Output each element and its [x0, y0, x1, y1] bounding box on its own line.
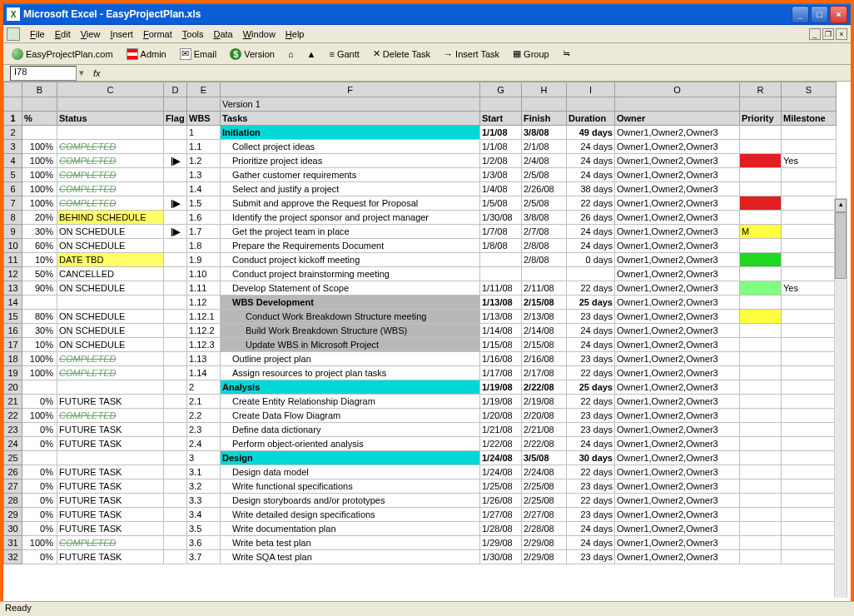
wbs-cell[interactable]: 3.4: [187, 508, 221, 522]
owner-cell[interactable]: Owner1,Owner2,Owner3: [615, 267, 740, 281]
insert-task-button[interactable]: →Insert Task: [440, 47, 503, 61]
flag-cell[interactable]: |▶: [164, 154, 187, 168]
priority-cell[interactable]: [740, 324, 782, 338]
row-header[interactable]: 22: [4, 409, 22, 423]
duration-cell[interactable]: 22 days: [567, 494, 615, 508]
status-cell[interactable]: ON SCHEDULE: [57, 338, 164, 352]
flag-cell[interactable]: [164, 324, 187, 338]
pct-cell[interactable]: 90%: [22, 281, 57, 296]
pct-cell[interactable]: 0%: [22, 494, 57, 508]
header-cell[interactable]: %: [22, 112, 57, 126]
header-cell[interactable]: Status: [57, 112, 164, 126]
task-cell[interactable]: Conduct project kickoff meeting: [221, 253, 480, 267]
owner-cell[interactable]: Owner1,Owner2,Owner3: [615, 479, 740, 494]
pct-cell[interactable]: 100%: [22, 366, 57, 380]
finish-cell[interactable]: 2/1/08: [522, 140, 567, 154]
task-cell[interactable]: WBS Development: [221, 296, 480, 310]
cell[interactable]: [22, 97, 57, 112]
flag-cell[interactable]: [164, 550, 187, 564]
duration-cell[interactable]: 23 days: [567, 479, 615, 494]
start-cell[interactable]: 1/26/08: [480, 494, 522, 508]
duration-cell[interactable]: 24 days: [567, 140, 615, 154]
task-cell[interactable]: Design storyboards and/or prototypes: [221, 494, 480, 508]
milestone-cell[interactable]: [782, 225, 837, 239]
cell[interactable]: [615, 97, 740, 112]
finish-cell[interactable]: 2/21/08: [522, 423, 567, 437]
status-cell[interactable]: FUTURE TASK: [57, 522, 164, 536]
col-header[interactable]: G: [480, 82, 522, 97]
pct-cell[interactable]: 10%: [22, 253, 57, 267]
pct-cell[interactable]: [22, 296, 57, 310]
row-header[interactable]: 14: [4, 296, 22, 310]
duration-cell[interactable]: 25 days: [567, 380, 615, 395]
duration-cell[interactable]: 24 days: [567, 522, 615, 536]
finish-cell[interactable]: 2/29/08: [522, 550, 567, 564]
pct-cell[interactable]: 0%: [22, 437, 57, 451]
status-cell[interactable]: COMPLETED: [57, 182, 164, 196]
priority-cell[interactable]: [740, 140, 782, 154]
duration-cell[interactable]: 49 days: [567, 126, 615, 140]
owner-cell[interactable]: Owner1,Owner2,Owner3: [615, 508, 740, 522]
flag-cell[interactable]: [164, 508, 187, 522]
milestone-cell[interactable]: [782, 211, 837, 225]
flag-cell[interactable]: |▶: [164, 225, 187, 239]
cell[interactable]: [480, 97, 522, 112]
row-header[interactable]: 29: [4, 508, 22, 522]
task-cell[interactable]: Gather customer requirements: [221, 168, 480, 182]
task-cell[interactable]: Initiation: [221, 126, 480, 140]
pct-cell[interactable]: 60%: [22, 239, 57, 253]
row-header[interactable]: 28: [4, 494, 22, 508]
doc-close-button[interactable]: ×: [836, 28, 847, 40]
milestone-cell[interactable]: [782, 522, 837, 536]
row-header[interactable]: 21: [4, 395, 22, 409]
task-cell[interactable]: Design: [221, 451, 480, 465]
row-header[interactable]: 23: [4, 423, 22, 437]
owner-cell[interactable]: Owner1,Owner2,Owner3: [615, 437, 740, 451]
spreadsheet-grid[interactable]: BCDEFGHIORSVersion 11%StatusFlagWBSTasks…: [3, 82, 851, 598]
task-cell[interactable]: Build Work Breakdown Structure (WBS): [221, 324, 480, 338]
task-cell[interactable]: Prioritize project ideas: [221, 154, 480, 168]
flag-cell[interactable]: [164, 126, 187, 140]
pct-cell[interactable]: 50%: [22, 267, 57, 281]
wbs-cell[interactable]: 3.2: [187, 479, 221, 494]
milestone-cell[interactable]: [782, 182, 837, 196]
status-cell[interactable]: ON SCHEDULE: [57, 225, 164, 239]
duration-cell[interactable]: 22 days: [567, 281, 615, 296]
priority-cell[interactable]: [740, 508, 782, 522]
header-cell[interactable]: Finish: [522, 112, 567, 126]
col-header[interactable]: C: [57, 82, 164, 97]
priority-cell[interactable]: [740, 182, 782, 196]
priority-cell[interactable]: [740, 253, 782, 267]
flag-cell[interactable]: [164, 211, 187, 225]
milestone-cell[interactable]: [782, 550, 837, 564]
duration-cell[interactable]: 30 days: [567, 451, 615, 465]
wbs-cell[interactable]: 1.14: [187, 366, 221, 380]
wbs-cell[interactable]: 3.3: [187, 494, 221, 508]
row-header[interactable]: 4: [4, 154, 22, 168]
owner-cell[interactable]: Owner1,Owner2,Owner3: [615, 140, 740, 154]
task-cell[interactable]: Write documentation plan: [221, 522, 480, 536]
status-cell[interactable]: BEHIND SCHEDULE: [57, 211, 164, 225]
pct-cell[interactable]: 100%: [22, 536, 57, 550]
status-cell[interactable]: COMPLETED: [57, 140, 164, 154]
wbs-cell[interactable]: 1.11: [187, 281, 221, 296]
wbs-cell[interactable]: 2.3: [187, 423, 221, 437]
priority-cell[interactable]: [740, 338, 782, 352]
pct-cell[interactable]: 100%: [22, 409, 57, 423]
wbs-cell[interactable]: 1.8: [187, 239, 221, 253]
status-cell[interactable]: FUTURE TASK: [57, 465, 164, 479]
start-cell[interactable]: 1/19/08: [480, 380, 522, 395]
milestone-cell[interactable]: [782, 536, 837, 550]
task-cell[interactable]: Outline project plan: [221, 352, 480, 366]
finish-cell[interactable]: 2/8/08: [522, 253, 567, 267]
priority-cell[interactable]: [740, 352, 782, 366]
site-button[interactable]: EasyProjectPlan.com: [8, 47, 117, 62]
owner-cell[interactable]: Owner1,Owner2,Owner3: [615, 352, 740, 366]
col-header[interactable]: S: [782, 82, 837, 97]
cell[interactable]: [4, 97, 22, 112]
milestone-cell[interactable]: [782, 253, 837, 267]
finish-cell[interactable]: 2/11/08: [522, 281, 567, 296]
wbs-cell[interactable]: 3.6: [187, 536, 221, 550]
priority-cell[interactable]: [740, 479, 782, 494]
start-cell[interactable]: [480, 267, 522, 281]
